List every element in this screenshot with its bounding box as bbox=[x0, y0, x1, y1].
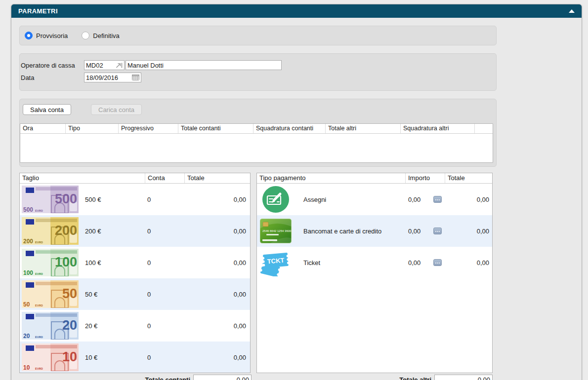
load-count-button[interactable]: Carica conta bbox=[91, 104, 142, 115]
svg-text:EURO: EURO bbox=[35, 367, 43, 370]
history-column-header[interactable]: Totale altri bbox=[326, 124, 401, 133]
other-total-field: 0,00 bbox=[434, 375, 493, 380]
ellipsis-button[interactable] bbox=[433, 228, 442, 234]
denomination-count[interactable]: 0 bbox=[145, 259, 184, 266]
history-column-filler bbox=[475, 124, 493, 133]
date-row: Data 18/09/2016 bbox=[21, 73, 496, 82]
denomination-total: 0,00 bbox=[184, 228, 250, 235]
column-header-conta[interactable]: Conta bbox=[145, 173, 184, 183]
denomination-count[interactable]: 0 bbox=[145, 291, 184, 298]
mode-section: Provvisoria Definitiva bbox=[19, 26, 497, 45]
payment-total: 0,00 bbox=[445, 259, 492, 266]
denomination-total: 0,00 bbox=[184, 259, 250, 266]
payment-row[interactable]: TCKT Ticket 0,00 0,00 bbox=[257, 247, 492, 278]
denominations-header: Taglio Conta Totale bbox=[20, 173, 250, 184]
column-header-totale[interactable]: Totale bbox=[184, 173, 250, 183]
history-header: OraTipoProgressivoTotale contantiSquadra… bbox=[20, 124, 493, 134]
save-count-button[interactable]: Salva conta bbox=[23, 104, 71, 115]
panel-header[interactable]: PARAMETRI bbox=[11, 4, 582, 18]
banknote-image: 200 200 EURO bbox=[22, 217, 79, 245]
button-row: Salva conta Carica conta bbox=[20, 99, 496, 115]
payment-amount-value[interactable]: 0,00 bbox=[408, 228, 420, 235]
toolbar-section: Salva conta Carica conta OraTipoProgress… bbox=[19, 99, 497, 167]
svg-text:200: 200 bbox=[23, 238, 33, 245]
radio-provvisoria[interactable]: Provvisoria bbox=[25, 32, 68, 39]
history-column-header[interactable]: Tipo bbox=[66, 124, 119, 133]
column-header-importo[interactable]: Importo bbox=[405, 173, 445, 183]
banknote-image: 100 100 EURO bbox=[22, 249, 79, 276]
radio-provvisoria-label: Provvisoria bbox=[36, 32, 68, 39]
denomination-row[interactable]: 20 20 EURO 20 € 0 0,00 bbox=[20, 310, 250, 342]
denomination-cell: 200 200 EURO 200 € bbox=[20, 215, 145, 247]
payments-body: Assegni 0,00 0,00 bbox=[257, 184, 492, 278]
operator-name-field[interactable]: Manuel Dotti bbox=[126, 60, 282, 70]
svg-text:50: 50 bbox=[23, 301, 30, 308]
denomination-count[interactable]: 0 bbox=[145, 322, 184, 330]
denomination-label: 10 € bbox=[85, 354, 97, 361]
column-header-totale[interactable]: Totale bbox=[445, 173, 492, 183]
svg-text:100: 100 bbox=[23, 269, 33, 276]
svg-text:50: 50 bbox=[62, 286, 77, 301]
radio-selected-icon[interactable] bbox=[25, 32, 33, 39]
payment-row[interactable]: 2546 6642 1254 3600 Bancomat e carte di … bbox=[257, 215, 492, 247]
collapse-arrow-icon[interactable] bbox=[569, 9, 575, 13]
cash-total-label: Totale contanti bbox=[145, 376, 190, 380]
credit-card-icon: 2546 6642 1254 3600 bbox=[260, 217, 292, 245]
denomination-count[interactable]: 0 bbox=[145, 196, 184, 203]
history-column-header[interactable]: Squadratura altri bbox=[401, 124, 475, 133]
denominations-table: Taglio Conta Totale 500 500 EURO bbox=[19, 173, 251, 373]
cheque-icon bbox=[260, 186, 292, 213]
payments-header: Tipo pagamento Importo Totale bbox=[257, 173, 492, 184]
denomination-count[interactable]: 0 bbox=[145, 354, 184, 361]
column-header-tipo-pagamento[interactable]: Tipo pagamento bbox=[257, 173, 405, 183]
date-label: Data bbox=[21, 74, 84, 81]
denomination-count[interactable]: 0 bbox=[145, 228, 184, 235]
operator-name-value: Manuel Dotti bbox=[127, 62, 164, 69]
radio-definitiva[interactable]: Definitiva bbox=[82, 32, 119, 39]
panel-body: Provvisoria Definitiva Operatore di cass… bbox=[11, 18, 582, 380]
denomination-row[interactable]: 10 10 EURO 10 € 0 0,00 bbox=[20, 342, 250, 373]
banknote-image: 10 10 EURO bbox=[22, 343, 79, 371]
column-header-taglio[interactable]: Taglio bbox=[20, 173, 145, 183]
history-column-header[interactable]: Totale contanti bbox=[178, 124, 253, 133]
ellipsis-button[interactable] bbox=[433, 196, 442, 203]
denominations-body: 500 500 EURO 500 € 0 0,00 200 200 bbox=[20, 184, 250, 373]
payment-amount-cell: 0,00 bbox=[405, 228, 445, 235]
payment-amount-value[interactable]: 0,00 bbox=[408, 259, 420, 266]
svg-text:100: 100 bbox=[55, 255, 77, 269]
svg-text:EURO: EURO bbox=[35, 304, 43, 307]
denomination-row[interactable]: 200 200 EURO 200 € 0 0,00 bbox=[20, 215, 250, 247]
denomination-label: 20 € bbox=[85, 322, 97, 330]
denomination-row[interactable]: 50 50 EURO 50 € 0 0,00 bbox=[20, 278, 250, 310]
history-column-header[interactable]: Squadratura contanti bbox=[253, 124, 326, 133]
denomination-label: 50 € bbox=[85, 291, 97, 298]
payment-amount-cell: 0,00 bbox=[405, 196, 445, 203]
totals-row: Totale contanti 0,00 Totale altri 0,00 bbox=[19, 375, 493, 380]
payment-label: Assegni bbox=[303, 196, 326, 203]
other-total-label: Totale altri bbox=[399, 376, 431, 380]
payment-amount-value[interactable]: 0,00 bbox=[408, 196, 420, 203]
payment-label: Ticket bbox=[303, 259, 320, 266]
history-table: OraTipoProgressivoTotale contantiSquadra… bbox=[20, 123, 493, 163]
payment-row[interactable]: Assegni 0,00 0,00 bbox=[257, 184, 492, 215]
cash-total-group: Totale contanti 0,00 bbox=[145, 375, 252, 380]
date-field[interactable]: 18/09/2016 bbox=[84, 73, 141, 82]
operator-code-field[interactable]: MD02 bbox=[84, 60, 125, 70]
calendar-icon[interactable] bbox=[132, 75, 139, 80]
radio-definitiva-label: Definitiva bbox=[93, 32, 119, 39]
history-column-header[interactable]: Progressivo bbox=[119, 124, 178, 133]
tables-row: Taglio Conta Totale 500 500 EURO bbox=[19, 173, 493, 373]
svg-text:EURO: EURO bbox=[35, 336, 43, 339]
payments-table: Tipo pagamento Importo Totale bbox=[256, 173, 493, 373]
svg-text:10: 10 bbox=[23, 364, 30, 371]
denomination-label: 500 € bbox=[85, 196, 101, 203]
svg-text:TCKT: TCKT bbox=[267, 257, 285, 266]
date-value: 18/09/2016 bbox=[86, 74, 118, 81]
ellipsis-button[interactable] bbox=[433, 259, 442, 266]
denomination-row[interactable]: 100 100 EURO 100 € 0 0,00 bbox=[20, 247, 250, 278]
form-section: Operatore di cassa MD02 Manuel Dotti Dat… bbox=[19, 53, 497, 91]
history-column-header[interactable]: Ora bbox=[20, 124, 66, 133]
denomination-row[interactable]: 500 500 EURO 500 € 0 0,00 bbox=[20, 184, 250, 215]
radio-unselected-icon[interactable] bbox=[82, 32, 89, 39]
goto-arrow-icon[interactable] bbox=[116, 62, 123, 69]
